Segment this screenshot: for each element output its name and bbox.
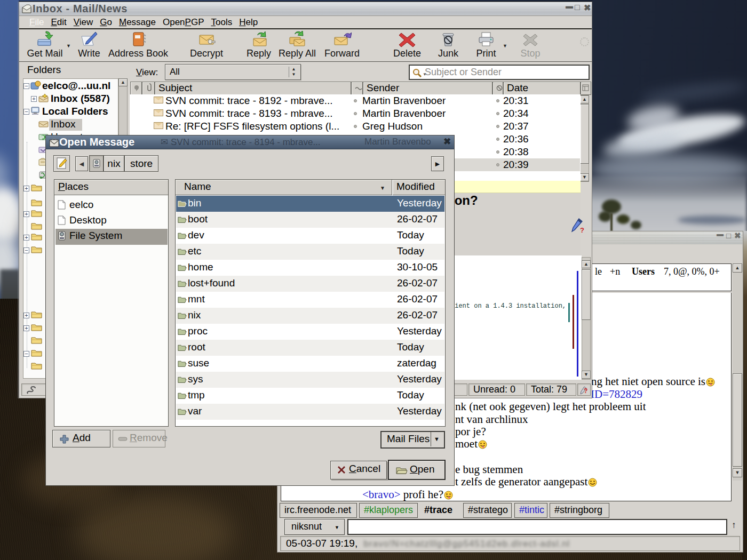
svg-text:?: ? bbox=[580, 226, 584, 234]
svg-text:?: ? bbox=[584, 387, 587, 395]
